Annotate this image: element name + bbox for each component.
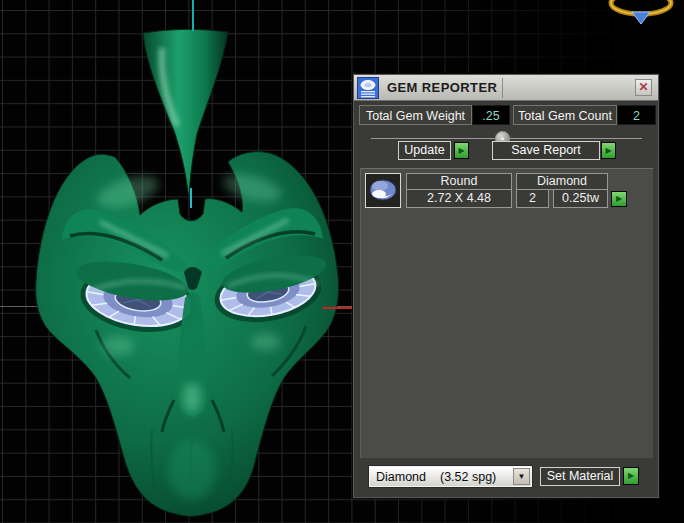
titlebar-divider: [502, 78, 503, 98]
set-material-go-button[interactable]: ▶: [623, 467, 639, 485]
save-report-go-button[interactable]: ▶: [601, 142, 616, 159]
gem-shape-cell: Round: [406, 173, 512, 190]
gem-thumbnail: [365, 173, 401, 208]
gem-list-panel: Round 2.72 X 4.48 Diamond 2 0.25tw ▶: [360, 168, 653, 458]
set-material-button[interactable]: Set Material: [540, 467, 620, 486]
update-go-button[interactable]: ▶: [454, 142, 469, 159]
dialog-titlebar[interactable]: GEM REPORTER ✕: [354, 75, 658, 101]
play-icon: ▶: [458, 147, 464, 155]
material-dropdown-value: Diamond: [376, 470, 426, 484]
gem-row-go-button[interactable]: ▶: [611, 191, 627, 207]
play-icon: ▶: [616, 195, 622, 203]
gem-reporter-dialog: GEM REPORTER ✕ Total Gem Weight .25 Tota…: [353, 74, 659, 498]
gem-dimensions-cell: 2.72 X 4.48: [406, 189, 512, 208]
gem-material-cell: Diamond: [516, 173, 608, 190]
z-axis-line: [192, 0, 194, 31]
update-button[interactable]: Update: [398, 141, 451, 160]
material-dropdown-density: (3.52 spg): [440, 470, 496, 484]
close-icon[interactable]: ✕: [635, 79, 652, 96]
material-dropdown[interactable]: Diamond (3.52 spg) ▼: [369, 466, 532, 487]
play-icon: ▶: [628, 472, 634, 480]
gem-weight-cell: 0.25tw: [553, 189, 608, 208]
total-gem-weight-label: Total Gem Weight: [359, 105, 472, 125]
play-icon: ▶: [605, 147, 611, 155]
total-gem-count-value[interactable]: 2: [617, 105, 656, 125]
x-axis-line: [322, 307, 355, 309]
total-gem-weight-value[interactable]: .25: [472, 105, 510, 125]
total-gem-count-label: Total Gem Count: [513, 105, 617, 125]
gem-reporter-icon: [357, 77, 379, 99]
save-report-button[interactable]: Save Report: [492, 141, 600, 160]
dialog-title: GEM REPORTER: [387, 80, 497, 95]
ring-icon[interactable]: [608, 0, 674, 26]
gem-count-cell: 2: [516, 189, 549, 208]
dropdown-arrow-icon[interactable]: ▼: [513, 468, 530, 485]
